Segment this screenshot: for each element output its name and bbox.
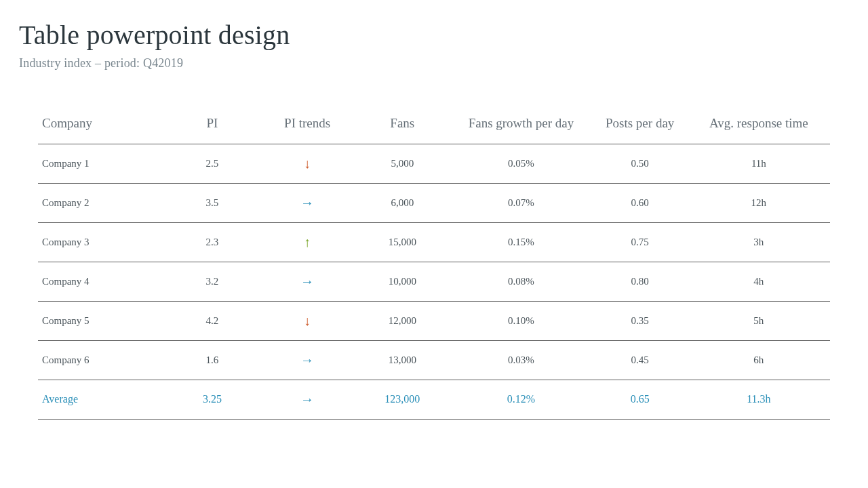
table-row: Company 54.2↓12,0000.10%0.355h bbox=[38, 301, 830, 340]
cell-growth: 0.10% bbox=[450, 301, 592, 340]
cell-company: Company 3 bbox=[38, 222, 165, 262]
cell-resp: 11.3h bbox=[688, 380, 830, 419]
cell-resp: 6h bbox=[688, 340, 830, 380]
table-header-row: Company PI PI trends Fans Fans growth pe… bbox=[38, 106, 830, 144]
cell-fans: 5,000 bbox=[355, 144, 450, 183]
cell-fans: 10,000 bbox=[355, 262, 450, 301]
arrow-right-icon: → bbox=[300, 274, 314, 288]
table-row: Company 43.2→10,0000.08%0.804h bbox=[38, 262, 830, 301]
cell-pi: 3.2 bbox=[165, 262, 260, 301]
col-company: Company bbox=[38, 106, 165, 144]
cell-pi: 3.5 bbox=[165, 183, 260, 222]
col-posts: Posts per day bbox=[593, 106, 688, 144]
table-row: Company 12.5↓5,0000.05%0.5011h bbox=[38, 144, 830, 183]
cell-company: Company 5 bbox=[38, 301, 165, 340]
col-pi: PI bbox=[165, 106, 260, 144]
cell-pi: 1.6 bbox=[165, 340, 260, 380]
table-row: Company 23.5→6,0000.07%0.6012h bbox=[38, 183, 830, 222]
cell-fans: 15,000 bbox=[355, 222, 450, 262]
table-row: Company 61.6→13,0000.03%0.456h bbox=[38, 340, 830, 380]
cell-fans: 13,000 bbox=[355, 340, 450, 380]
arrow-right-icon: → bbox=[300, 392, 314, 406]
cell-posts: 0.60 bbox=[593, 183, 688, 222]
cell-company: Company 4 bbox=[38, 262, 165, 301]
cell-growth: 0.08% bbox=[450, 262, 592, 301]
cell-trend: ↓ bbox=[260, 301, 355, 340]
cell-growth: 0.07% bbox=[450, 183, 592, 222]
cell-company: Company 2 bbox=[38, 183, 165, 222]
cell-pi: 2.3 bbox=[165, 222, 260, 262]
table-row-average: Average3.25→123,0000.12%0.6511.3h bbox=[38, 380, 830, 419]
cell-company: Average bbox=[38, 380, 165, 419]
col-trend: PI trends bbox=[260, 106, 355, 144]
data-table: Company PI PI trends Fans Fans growth pe… bbox=[38, 106, 830, 420]
table-row: Company 32.3↑15,0000.15%0.753h bbox=[38, 222, 830, 262]
page-title: Table powerpoint design bbox=[19, 19, 849, 51]
cell-posts: 0.65 bbox=[593, 380, 688, 419]
cell-company: Company 6 bbox=[38, 340, 165, 380]
cell-pi: 4.2 bbox=[165, 301, 260, 340]
cell-company: Company 1 bbox=[38, 144, 165, 183]
cell-trend: → bbox=[260, 340, 355, 380]
cell-trend: ↓ bbox=[260, 144, 355, 183]
cell-posts: 0.50 bbox=[593, 144, 688, 183]
cell-growth: 0.12% bbox=[450, 380, 592, 419]
arrow-up-icon: ↑ bbox=[304, 235, 311, 249]
cell-resp: 3h bbox=[688, 222, 830, 262]
col-growth: Fans growth per day bbox=[450, 106, 592, 144]
cell-fans: 6,000 bbox=[355, 183, 450, 222]
cell-fans: 12,000 bbox=[355, 301, 450, 340]
cell-posts: 0.45 bbox=[593, 340, 688, 380]
cell-trend: → bbox=[260, 183, 355, 222]
cell-trend: ↑ bbox=[260, 222, 355, 262]
cell-posts: 0.80 bbox=[593, 262, 688, 301]
cell-resp: 11h bbox=[688, 144, 830, 183]
cell-posts: 0.75 bbox=[593, 222, 688, 262]
cell-posts: 0.35 bbox=[593, 301, 688, 340]
cell-pi: 3.25 bbox=[165, 380, 260, 419]
arrow-down-icon: ↓ bbox=[304, 157, 311, 170]
cell-trend: → bbox=[260, 380, 355, 419]
arrow-down-icon: ↓ bbox=[304, 314, 311, 327]
cell-growth: 0.05% bbox=[450, 144, 592, 183]
cell-resp: 5h bbox=[688, 301, 830, 340]
cell-pi: 2.5 bbox=[165, 144, 260, 183]
cell-growth: 0.03% bbox=[450, 340, 592, 380]
arrow-right-icon: → bbox=[300, 353, 314, 367]
cell-resp: 12h bbox=[688, 183, 830, 222]
arrow-right-icon: → bbox=[300, 196, 314, 209]
cell-trend: → bbox=[260, 262, 355, 301]
data-table-container: Company PI PI trends Fans Fans growth pe… bbox=[19, 106, 849, 420]
page-subtitle: Industry index – period: Q42019 bbox=[19, 56, 849, 70]
cell-resp: 4h bbox=[688, 262, 830, 301]
cell-fans: 123,000 bbox=[355, 380, 450, 419]
col-fans: Fans bbox=[355, 106, 450, 144]
cell-growth: 0.15% bbox=[450, 222, 592, 262]
col-resp: Avg. response time bbox=[688, 106, 830, 144]
